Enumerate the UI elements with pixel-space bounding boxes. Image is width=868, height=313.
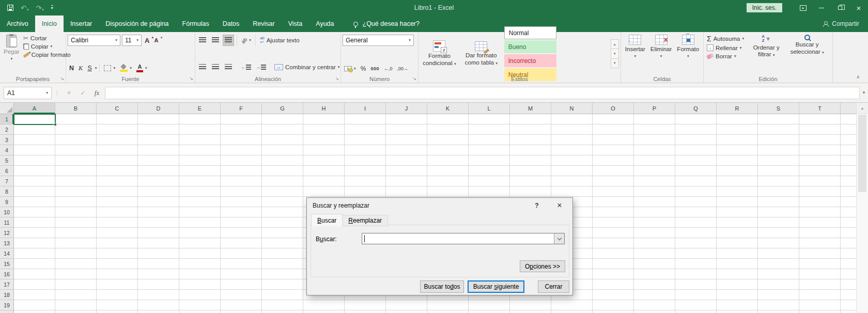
align-left-button[interactable] <box>197 61 208 73</box>
format-cells-dropdown-icon[interactable]: ▾ <box>687 54 689 58</box>
column-header-a[interactable]: A <box>14 103 55 114</box>
column-header-m[interactable]: M <box>510 103 551 114</box>
italic-button[interactable]: K <box>77 64 84 73</box>
column-header-n[interactable]: N <box>551 103 593 114</box>
paste-dropdown-icon[interactable]: ▾ <box>10 57 12 61</box>
vertical-scrollbar[interactable]: ▲ <box>856 103 868 313</box>
align-center-button[interactable] <box>210 61 221 73</box>
font-name-dropdown-icon[interactable]: ▾ <box>113 38 117 42</box>
find-select-button[interactable]: Buscar yseleccionar ▾ <box>787 34 827 74</box>
column-header-c[interactable]: C <box>97 103 138 114</box>
options-button[interactable]: Opciones >> <box>520 260 565 272</box>
dialog-help-button[interactable]: ? <box>528 198 546 213</box>
sort-filter-dropdown-icon[interactable]: ▾ <box>773 53 775 57</box>
insert-cells-dropdown-icon[interactable]: ▾ <box>634 54 636 58</box>
fill-color-button[interactable]: ▾ <box>118 64 133 72</box>
font-size-dropdown-icon[interactable]: ▾ <box>134 38 138 42</box>
row-header-7[interactable]: 7 <box>0 176 13 186</box>
column-header-d[interactable]: D <box>138 103 179 114</box>
clear-button[interactable]: Borrar▾ <box>705 53 746 60</box>
tab-inicio[interactable]: Inicio <box>35 15 64 32</box>
redo-button[interactable]: ↷▾ <box>36 5 43 11</box>
confirm-entry-button[interactable]: ✓ <box>76 87 90 99</box>
row-header-10[interactable]: 10 <box>0 207 13 217</box>
align-right-button[interactable] <box>223 61 234 73</box>
fill-button[interactable]: ↓Rellenar▾ <box>705 44 746 52</box>
conditional-formatting-button[interactable]: ≠ Formatocondicional ▾ <box>420 39 459 68</box>
insert-function-button[interactable]: fx <box>90 87 104 99</box>
collapse-ribbon-icon[interactable]: ∧ <box>856 74 860 80</box>
font-color-dropdown-icon[interactable]: ▾ <box>145 66 147 70</box>
redo-dropdown-icon[interactable]: ▾ <box>42 8 44 11</box>
merge-center-dropdown-icon[interactable]: ▾ <box>338 65 340 69</box>
insert-cells-button[interactable]: ← Insertar ▾ <box>623 34 647 74</box>
font-dialog-launcher-icon[interactable]: ↘ <box>189 76 193 81</box>
clipboard-dialog-launcher-icon[interactable]: ↘ <box>60 76 64 81</box>
row-header-9[interactable]: 9 <box>0 197 13 207</box>
row-header-5[interactable]: 5 <box>0 155 13 166</box>
borders-dropdown-icon[interactable]: ▾ <box>113 66 115 70</box>
row-header-19[interactable]: 19 <box>0 300 13 310</box>
cancel-entry-button[interactable]: × <box>62 87 76 99</box>
row-header-6[interactable]: 6 <box>0 166 13 176</box>
copy-button[interactable]: Copiar▾ <box>22 43 72 50</box>
fill-handle[interactable] <box>54 123 57 126</box>
format-cells-button[interactable]: ↔ Formato ▾ <box>675 34 701 74</box>
tab-ayuda[interactable]: Ayuda <box>309 15 340 32</box>
orientation-button[interactable]: ab▾ <box>240 37 253 44</box>
font-color-button[interactable]: A▾ <box>135 64 149 73</box>
gallery-up-icon[interactable]: ▲ <box>611 40 618 49</box>
autosum-button[interactable]: ΣAutosuma▾ <box>705 35 746 43</box>
row-header-14[interactable]: 14 <box>0 248 13 259</box>
fill-color-dropdown-icon[interactable]: ▾ <box>130 66 132 70</box>
format-painter-button[interactable]: Copiar formato <box>22 51 72 58</box>
column-header-l[interactable]: L <box>469 103 510 114</box>
find-all-button[interactable]: Buscar todos <box>420 280 464 293</box>
align-top-button[interactable] <box>197 35 208 46</box>
tab-archivo[interactable]: Archivo <box>0 15 35 32</box>
row-header-13[interactable]: 13 <box>0 238 13 248</box>
number-dialog-launcher-icon[interactable]: ↘ <box>412 76 416 81</box>
dialog-title-bar[interactable]: Buscar y reemplazar ? × <box>307 198 572 213</box>
gallery-down-icon[interactable]: ▼ <box>611 49 618 58</box>
row-header-12[interactable]: 12 <box>0 228 13 238</box>
undo-dropdown-icon[interactable]: ▾ <box>27 8 29 11</box>
dialog-close-icon[interactable]: × <box>548 198 571 213</box>
tab-disposicion-de-pagina[interactable]: Disposición de página <box>99 15 175 32</box>
tell-me-box[interactable]: ¿Qué desea hacer? <box>353 15 420 32</box>
expand-formula-bar-icon[interactable]: ▼ <box>860 90 868 95</box>
row-header-15[interactable]: 15 <box>0 259 13 269</box>
increase-font-size-button[interactable]: A▲ <box>143 37 151 44</box>
find-what-dropdown-button[interactable] <box>554 233 564 244</box>
share-button[interactable]: Compartir <box>814 15 868 32</box>
row-header-3[interactable]: 3 <box>0 135 13 145</box>
column-header-q[interactable]: Q <box>675 103 717 114</box>
column-header-partial[interactable] <box>841 103 856 114</box>
comma-style-button[interactable]: 000 <box>369 66 381 72</box>
number-format-combo[interactable]: General▾ <box>343 35 414 46</box>
bold-button[interactable]: N <box>68 64 75 72</box>
formula-input[interactable] <box>105 87 860 99</box>
wrap-text-button[interactable]: ab↩Ajustar texto <box>258 36 301 45</box>
cell-style-normal[interactable]: Normal <box>504 26 556 39</box>
conditional-formatting-dropdown-icon[interactable]: ▾ <box>454 61 456 66</box>
tab-buscar[interactable]: Buscar <box>311 214 343 226</box>
scroll-up-icon[interactable]: ▲ <box>857 103 868 114</box>
merge-center-button[interactable]: ↔Combinar y centrar▾ <box>273 64 342 71</box>
tab-vista[interactable]: Vista <box>282 15 309 32</box>
find-select-dropdown-icon[interactable]: ▾ <box>822 50 824 55</box>
row-header-4[interactable]: 4 <box>0 145 13 155</box>
cell-style-bueno[interactable]: Bueno <box>504 40 556 53</box>
number-format-dropdown-icon[interactable]: ▾ <box>407 38 411 42</box>
underline-dropdown-icon[interactable]: ▾ <box>95 66 97 70</box>
tell-me-label[interactable]: ¿Qué desea hacer? <box>363 20 420 27</box>
row-header-2[interactable]: 2 <box>0 124 13 135</box>
format-as-table-dropdown-icon[interactable]: ▾ <box>495 61 498 66</box>
align-middle-button[interactable] <box>210 35 221 46</box>
align-bottom-button[interactable] <box>223 35 234 46</box>
tab-revisar[interactable]: Revisar <box>246 15 281 32</box>
percent-style-button[interactable]: % <box>359 65 368 73</box>
format-as-table-button[interactable]: Dar formatocomo tabla ▾ <box>461 40 502 67</box>
increase-indent-button[interactable]: → <box>254 64 268 70</box>
row-header-11[interactable]: 11 <box>0 217 13 228</box>
